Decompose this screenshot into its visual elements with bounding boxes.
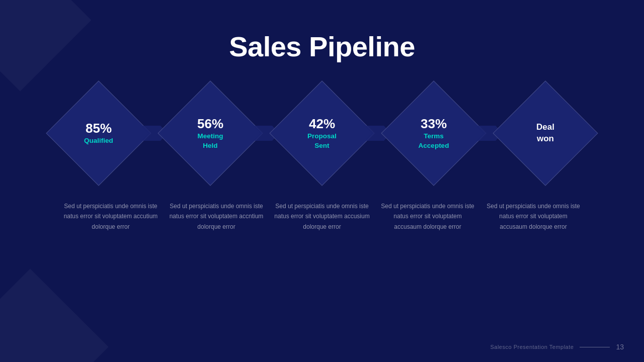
stage-1-label: Qualified bbox=[84, 136, 113, 145]
stage-2-content: 56% MeetingHeld bbox=[197, 116, 223, 150]
footer-template-text: Salesco Presentation Template bbox=[490, 344, 574, 350]
stage-qualified: 85% Qualified bbox=[56, 90, 141, 176]
desc-5-text: Sed ut perspiciatis unde omnis iste natu… bbox=[487, 203, 580, 230]
desc-3: Sed ut perspiciatis unde omnis iste natu… bbox=[274, 201, 370, 232]
desc-2-text: Sed ut perspiciatis unde omnis iste natu… bbox=[170, 203, 264, 230]
decorative-corner-bl bbox=[0, 268, 109, 362]
stage-3-label: ProposalSent bbox=[307, 132, 337, 150]
stage-3-pct: 42% bbox=[307, 116, 337, 132]
stage-deal-won: Dealwon bbox=[503, 90, 588, 176]
footer-page-number: 13 bbox=[616, 343, 624, 351]
desc-4: Sed ut perspiciatis unde omnis iste natu… bbox=[380, 201, 475, 232]
stage-meeting-held: 56% MeetingHeld bbox=[168, 90, 253, 176]
desc-1: Sed ut perspiciatis unde omnis iste natu… bbox=[63, 201, 158, 232]
footer: Salesco Presentation Template 13 bbox=[490, 343, 624, 351]
stage-4-label: TermsAccepted bbox=[419, 132, 449, 150]
stage-5-content: Dealwon bbox=[536, 122, 554, 145]
stage-5-label: Dealwon bbox=[536, 122, 554, 145]
desc-1-text: Sed ut perspiciatis unde omnis iste natu… bbox=[64, 203, 158, 230]
desc-4-text: Sed ut perspiciatis unde omnis iste natu… bbox=[381, 203, 474, 230]
desc-2: Sed ut perspiciatis unde omnis iste natu… bbox=[169, 201, 264, 232]
stage-terms-accepted: 33% TermsAccepted bbox=[391, 90, 476, 176]
descriptions-section: Sed ut perspiciatis unde omnis iste natu… bbox=[23, 201, 621, 232]
stage-4-pct: 33% bbox=[419, 116, 449, 132]
decorative-corner-tl bbox=[0, 0, 91, 91]
stage-2-label: MeetingHeld bbox=[197, 132, 223, 150]
stage-2-pct: 56% bbox=[197, 116, 223, 132]
footer-divider bbox=[580, 347, 610, 347]
desc-3-text: Sed ut perspiciatis unde omnis iste natu… bbox=[274, 203, 369, 230]
title-section: Sales Pipeline bbox=[229, 30, 415, 63]
stage-1-pct: 85% bbox=[84, 121, 113, 136]
pipeline-visual: 85% Qualified 56% MeetingHeld bbox=[56, 90, 588, 176]
stage-1-content: 85% Qualified bbox=[84, 121, 113, 145]
stage-4-content: 33% TermsAccepted bbox=[419, 116, 449, 150]
stage-proposal-sent: 42% ProposalSent bbox=[279, 90, 365, 176]
page: Sales Pipeline 85% Qualified 56% Meeting… bbox=[0, 0, 644, 362]
page-title: Sales Pipeline bbox=[229, 30, 415, 63]
stage-3-content: 42% ProposalSent bbox=[307, 116, 337, 150]
desc-5: Sed ut perspiciatis unde omnis iste natu… bbox=[486, 201, 581, 232]
